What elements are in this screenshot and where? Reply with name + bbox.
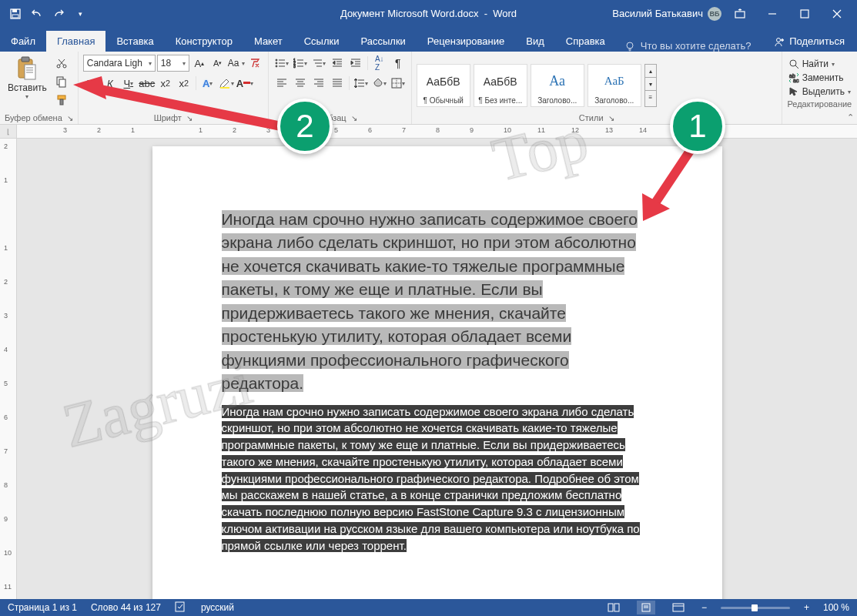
styles-gallery[interactable]: АаБбВ¶ Обычный АаБбВ¶ Без инте... АаЗаго… [417, 59, 657, 107]
copy-button[interactable] [53, 73, 70, 90]
tab-home[interactable]: Главная [46, 31, 105, 52]
style-heading1[interactable]: АаЗаголово... [531, 64, 584, 107]
svg-rect-79 [176, 602, 184, 611]
svg-rect-20 [59, 79, 65, 87]
title-bar: ▾ Документ Microsoft Word.docx - Word Ва… [0, 0, 857, 27]
document-name: Документ Microsoft Word.docx [340, 8, 479, 19]
app-name: Word [493, 8, 517, 19]
tab-references[interactable]: Ссылки [293, 31, 350, 52]
annotation-badge-1: 1 [670, 99, 725, 154]
svg-point-74 [790, 60, 796, 66]
tell-me-label: Что вы хотите сделать? [641, 40, 752, 52]
ribbon-options-button[interactable] [726, 3, 754, 25]
user-name[interactable]: Василий Батькавич [612, 8, 703, 19]
tab-design[interactable]: Конструктор [165, 31, 243, 52]
ruler-corner[interactable]: ⌊ [0, 125, 17, 138]
align-justify-button[interactable] [329, 75, 346, 92]
window-title: Документ Microsoft Word.docx - Word [340, 8, 517, 19]
style-heading2[interactable]: АаБЗаголово... [588, 64, 641, 107]
find-button[interactable]: Найти▾ [787, 58, 852, 70]
group-styles: АаБбВ¶ Обычный АаБбВ¶ Без инте... АаЗаго… [412, 52, 782, 124]
svg-rect-1 [12, 9, 17, 12]
line-spacing-button[interactable]: ▾ [353, 75, 370, 92]
user-avatar[interactable]: ВБ [708, 7, 721, 21]
qat-dropdown[interactable]: ▾ [71, 5, 89, 23]
increase-indent-button[interactable] [347, 55, 364, 72]
paragraph-launcher[interactable]: ↘ [351, 114, 357, 122]
zoom-in-button[interactable]: + [804, 602, 809, 613]
styles-launcher[interactable]: ↘ [608, 114, 614, 122]
tab-layout[interactable]: Макет [243, 31, 293, 52]
styles-scroll[interactable]: ▴▾≡ [644, 64, 657, 107]
svg-rect-3 [735, 12, 745, 18]
redo-button[interactable] [49, 5, 68, 23]
zoom-out-button[interactable]: − [701, 602, 707, 613]
svg-rect-21 [58, 95, 65, 99]
svg-rect-9 [629, 49, 631, 51]
shading-button[interactable]: ▾ [371, 75, 388, 92]
svg-rect-81 [614, 604, 619, 611]
multilevel-list-button[interactable]: ▾ [310, 55, 327, 72]
save-button[interactable] [6, 5, 25, 23]
svg-marker-88 [73, 76, 106, 99]
show-marks-button[interactable]: ¶ [390, 55, 407, 72]
svg-rect-85 [673, 604, 684, 611]
svg-rect-2 [12, 15, 18, 18]
chevron-down-icon: ▾ [25, 93, 28, 100]
maximize-button[interactable] [791, 3, 819, 25]
group-editing: Найти▾ abacЗаменить Выделить▾ Редактиров… [782, 52, 857, 124]
paste-button[interactable]: Вставить ▾ [5, 55, 50, 102]
collapse-ribbon-button[interactable]: ⌃ [847, 112, 854, 122]
svg-rect-22 [60, 99, 63, 105]
group-label-clipboard: Буфер обмена [5, 113, 62, 122]
decrease-indent-button[interactable] [329, 55, 346, 72]
svg-rect-80 [608, 604, 613, 611]
svg-marker-43 [333, 61, 335, 65]
svg-point-10 [777, 38, 781, 42]
annotation-arrow-2 [69, 65, 296, 142]
align-right-button[interactable] [310, 75, 327, 92]
ruler-vertical[interactable]: 2112345678910111213 [0, 139, 17, 599]
svg-point-26 [276, 62, 277, 64]
tab-help[interactable]: Справка [555, 31, 616, 52]
paragraph-1[interactable]: Иногда нам срочно нужно записать содержи… [222, 208, 653, 396]
svg-rect-5 [801, 10, 808, 18]
status-proofing-icon[interactable] [175, 601, 187, 614]
select-button[interactable]: Выделить▾ [787, 85, 852, 98]
borders-button[interactable]: ▾ [390, 75, 407, 92]
tab-file[interactable]: Файл [0, 31, 46, 52]
share-button[interactable]: Поделиться [762, 31, 857, 52]
status-bar: Страница 1 из 1 Слово 44 из 127 русский … [0, 599, 857, 616]
tab-review[interactable]: Рецензирование [417, 31, 515, 52]
style-no-spacing[interactable]: АаБбВ¶ Без инте... [474, 64, 527, 107]
replace-button[interactable]: abacЗаменить [787, 72, 852, 84]
svg-marker-78 [790, 88, 797, 95]
minimize-button[interactable] [758, 3, 786, 25]
annotation-badge-2: 2 [277, 99, 333, 154]
tab-view[interactable]: Вид [515, 31, 555, 52]
close-button[interactable] [823, 3, 851, 25]
format-painter-button[interactable] [53, 92, 70, 109]
tab-insert[interactable]: Вставка [105, 31, 164, 52]
zoom-level[interactable]: 100 % [823, 602, 849, 613]
ribbon-tabs: Файл Главная Вставка Конструктор Макет С… [0, 27, 857, 52]
tab-mailings[interactable]: Рассылки [350, 31, 416, 52]
view-web-button[interactable] [669, 601, 688, 614]
status-language[interactable]: русский [201, 602, 234, 613]
group-label-styles: Стили [579, 113, 604, 122]
status-words[interactable]: Слово 44 из 127 [91, 602, 161, 613]
style-normal[interactable]: АаБбВ¶ Обычный [417, 64, 470, 107]
status-page[interactable]: Страница 1 из 1 [8, 602, 77, 613]
undo-button[interactable] [28, 5, 46, 23]
svg-line-87 [96, 89, 285, 127]
group-clipboard: Вставить ▾ Буфер обмена↘ [0, 52, 79, 124]
view-print-button[interactable] [637, 601, 655, 614]
zoom-slider[interactable] [721, 607, 790, 609]
svg-line-75 [795, 65, 798, 69]
tell-me-search[interactable]: Что вы хотите сделать? [625, 40, 752, 52]
svg-rect-12 [22, 57, 29, 62]
paragraph-2[interactable]: Иногда нам срочно нужно записать содержи… [222, 403, 653, 554]
cut-button[interactable] [53, 55, 70, 72]
view-read-button[interactable] [604, 601, 623, 614]
sort-button[interactable]: A↓Z [371, 55, 388, 72]
